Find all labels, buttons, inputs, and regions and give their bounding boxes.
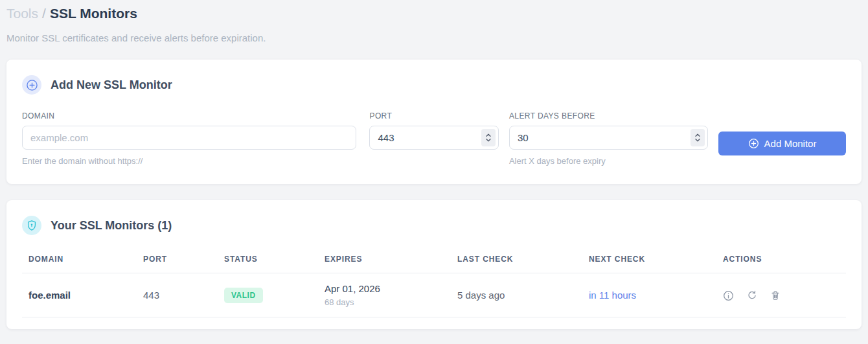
- domain-helper-text: Enter the domain without https://: [22, 156, 356, 166]
- monitor-actions-cell: [716, 273, 846, 317]
- table-header-row: DOMAIN PORT STATUS EXPIRES LAST CHECK NE…: [22, 252, 846, 273]
- status-badge: VALID: [224, 288, 263, 303]
- domain-input[interactable]: [22, 126, 356, 150]
- header-next-check: NEXT CHECK: [582, 252, 716, 273]
- stepper-arrows-icon: [694, 133, 701, 143]
- alert-days-helper-text: Alert X days before expiry: [509, 156, 708, 166]
- info-button[interactable]: [723, 290, 734, 301]
- alert-days-field-group: ALERT DAYS BEFORE Alert X days before ex…: [509, 111, 708, 166]
- trash-icon: [770, 290, 781, 301]
- port-input[interactable]: [369, 126, 498, 150]
- expires-date: Apr 01, 2026: [325, 283, 444, 294]
- breadcrumb-tools-link[interactable]: Tools: [6, 6, 38, 21]
- alert-days-stepper[interactable]: [691, 129, 705, 146]
- port-label: PORT: [369, 111, 498, 120]
- add-monitor-card-header: Add New SSL Monitor: [22, 75, 846, 95]
- monitor-last-check: 5 days ago: [451, 273, 582, 317]
- alert-days-label: ALERT DAYS BEFORE: [509, 111, 708, 120]
- header-port: PORT: [137, 252, 218, 273]
- monitor-port: 443: [137, 273, 218, 317]
- page-title: SSL Monitors: [50, 6, 137, 21]
- expires-days-remaining: 68 days: [325, 297, 444, 307]
- shield-lock-icon: [22, 216, 41, 235]
- domain-label: DOMAIN: [22, 111, 356, 120]
- monitors-card-title: Your SSL Monitors (1): [51, 219, 172, 233]
- alert-days-input[interactable]: [509, 126, 708, 150]
- delete-button[interactable]: [770, 290, 781, 301]
- info-icon: [723, 290, 734, 301]
- monitor-expires-cell: Apr 01, 2026 68 days: [318, 273, 451, 317]
- add-monitor-button-label: Add Monitor: [764, 138, 817, 149]
- monitors-card-header: Your SSL Monitors (1): [22, 216, 846, 235]
- add-monitor-card: Add New SSL Monitor DOMAIN Enter the dom…: [6, 60, 862, 184]
- refresh-icon: [747, 290, 757, 301]
- breadcrumb: Tools/SSL Monitors: [6, 4, 862, 23]
- breadcrumb-separator: /: [42, 6, 46, 21]
- domain-field-group: DOMAIN Enter the domain without https://: [22, 111, 356, 166]
- monitor-next-check: in 11 hours: [582, 273, 716, 317]
- page-subtitle: Monitor SSL certificates and receive ale…: [6, 32, 862, 43]
- monitors-list-card: Your SSL Monitors (1) DOMAIN PORT STATUS…: [6, 200, 862, 329]
- port-stepper[interactable]: [481, 129, 496, 146]
- monitors-table: DOMAIN PORT STATUS EXPIRES LAST CHECK NE…: [22, 252, 846, 317]
- refresh-button[interactable]: [747, 290, 757, 301]
- port-field-group: PORT: [369, 111, 498, 150]
- header-expires: EXPIRES: [318, 252, 451, 273]
- plus-circle-icon: [748, 138, 759, 149]
- header-domain: DOMAIN: [22, 252, 137, 273]
- monitor-status-cell: VALID: [218, 273, 318, 317]
- header-status: STATUS: [218, 252, 318, 273]
- add-monitor-button[interactable]: Add Monitor: [718, 132, 846, 155]
- header-last-check: LAST CHECK: [451, 252, 582, 273]
- stepper-arrows-icon: [485, 133, 492, 143]
- ssl-monitors-page: Tools/SSL Monitors Monitor SSL certifica…: [0, 0, 868, 329]
- add-monitor-card-title: Add New SSL Monitor: [51, 78, 172, 92]
- table-row: foe.email 443 VALID Apr 01, 2026 68 days…: [22, 273, 846, 317]
- add-monitor-form: DOMAIN Enter the domain without https://…: [22, 111, 846, 166]
- monitor-domain: foe.email: [22, 273, 137, 317]
- header-actions: ACTIONS: [716, 252, 846, 273]
- plus-circle-icon: [22, 75, 41, 95]
